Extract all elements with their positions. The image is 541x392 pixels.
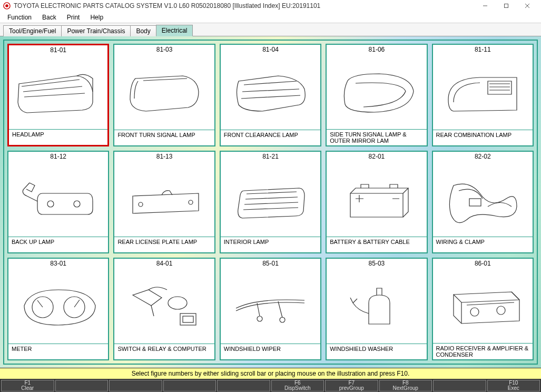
part-label: SIDE TURN SIGNAL LAMP & OUTER MIRROR LAM: [327, 129, 426, 145]
fkey-f8[interactable]: F8NextGroup: [379, 380, 432, 391]
part-code: 81-06: [327, 45, 426, 54]
fkey-empty: [433, 380, 486, 391]
part-code: 81-21: [221, 152, 320, 161]
part-cell-82-02[interactable]: 82-02WIRING & CLAMP: [432, 151, 534, 253]
part-label: FRONT CLEARANCE LAMP: [221, 130, 320, 145]
part-label: INTERIOR LAMP: [221, 237, 320, 252]
part-cell-81-12[interactable]: 81-12BACK UP LAMP: [7, 151, 109, 253]
battery-icon: [327, 161, 426, 237]
tab-electrical[interactable]: Electrical: [156, 25, 193, 36]
wiper-icon: [221, 268, 320, 344]
meter-icon: [8, 268, 108, 344]
part-code: 85-01: [221, 259, 320, 268]
part-label: FRONT TURN SIGNAL LAMP: [114, 130, 214, 145]
fkey-f7[interactable]: F7prevGroup: [325, 380, 378, 391]
part-code: 81-11: [433, 45, 533, 54]
part-cell-83-01[interactable]: 83-01METER: [7, 258, 109, 360]
part-code: 81-03: [114, 45, 214, 54]
radio-icon: [433, 268, 533, 343]
main-canvas: 81-01HEADLAMP81-03FRONT TURN SIGNAL LAMP…: [0, 36, 541, 368]
fkey-f6[interactable]: F6DispSwitch: [271, 380, 324, 391]
svg-point-1: [5, 4, 8, 7]
side-mirror-lamp-icon: [327, 54, 426, 129]
close-button[interactable]: [517, 0, 538, 12]
part-cell-85-03[interactable]: 85-03WINDSHIELD WASHER: [326, 258, 427, 360]
part-cell-86-01[interactable]: 86-01RADIO RECEIVER & AMPLIFIER & CONDEN…: [432, 258, 534, 360]
tab-tool-engine-fuel[interactable]: Tool/Engine/Fuel: [3, 25, 62, 36]
part-cell-81-03[interactable]: 81-03FRONT TURN SIGNAL LAMP: [113, 44, 215, 146]
menu-bar: FunctionBackPrintHelp: [0, 12, 541, 23]
fkey-f1[interactable]: F1Clear: [1, 380, 54, 391]
backup-lamp-icon: [8, 161, 108, 237]
hint-bar: Select figure numbers by either sliding …: [0, 368, 541, 379]
part-cell-85-01[interactable]: 85-01WINDSHIELD WIPER: [220, 258, 321, 360]
switch-relay-icon: [114, 268, 214, 344]
fkey-empty: [163, 380, 217, 391]
headlamp-icon: [9, 54, 107, 129]
part-code: 84-01: [114, 259, 214, 268]
menu-back[interactable]: Back: [37, 13, 62, 22]
part-code: 82-02: [433, 152, 533, 161]
part-label: BATTERY & BATTERY CABLE: [327, 237, 426, 252]
part-cell-84-01[interactable]: 84-01SWITCH & RELAY & COMPUTER: [113, 258, 215, 360]
part-code: 85-03: [327, 259, 426, 268]
part-cell-81-13[interactable]: 81-13REAR LICENSE PLATE LAMP: [113, 151, 215, 253]
window-controls: [475, 0, 538, 12]
part-code: 81-13: [114, 152, 214, 161]
part-label: SWITCH & RELAY & COMPUTER: [114, 344, 214, 359]
part-code: 86-01: [433, 259, 533, 268]
tab-strip: Tool/Engine/FuelPower Train/ChassisBodyE…: [0, 23, 541, 36]
function-key-bar: F1ClearF6DispSwitchF7prevGroupF8NextGrou…: [0, 379, 541, 392]
part-code: 81-01: [9, 45, 107, 54]
part-label: METER: [8, 344, 108, 359]
tab-body[interactable]: Body: [130, 25, 156, 36]
part-label: WIRING & CLAMP: [433, 237, 533, 252]
rear-combo-lamp-icon: [433, 54, 533, 130]
part-label: BACK UP LAMP: [8, 237, 108, 252]
part-code: 81-12: [8, 152, 108, 161]
turn-signal-icon: [114, 54, 214, 130]
svg-rect-3: [505, 4, 508, 8]
fkey-empty: [217, 380, 270, 391]
wiring-icon: [433, 161, 533, 237]
part-cell-81-04[interactable]: 81-04FRONT CLEARANCE LAMP: [220, 44, 321, 146]
part-label: RADIO RECEIVER & AMPLIFIER & CONDENSER: [433, 343, 533, 359]
clearance-lamp-icon: [221, 54, 320, 130]
window-title: TOYOTA ELECTRONIC PARTS CATALOG SYSTEM V…: [14, 2, 475, 9]
part-label: WINDSHIELD WIPER: [221, 344, 320, 359]
part-cell-82-01[interactable]: 82-01BATTERY & BATTERY CABLE: [326, 151, 427, 253]
interior-lamp-icon: [221, 161, 320, 237]
minimize-button[interactable]: [475, 0, 496, 12]
part-cell-81-21[interactable]: 81-21INTERIOR LAMP: [220, 151, 321, 253]
menu-function[interactable]: Function: [2, 13, 37, 22]
washer-icon: [327, 268, 426, 344]
part-label: REAR LICENSE PLATE LAMP: [114, 237, 214, 252]
part-label: WINDSHIELD WASHER: [327, 344, 426, 359]
part-label: HEADLAMP: [9, 129, 107, 145]
app-icon: [3, 2, 11, 9]
part-code: 81-04: [221, 45, 320, 54]
parts-grid: 81-01HEADLAMP81-03FRONT TURN SIGNAL LAMP…: [7, 44, 534, 360]
fkey-f10[interactable]: F10Exec: [487, 380, 540, 391]
menu-help[interactable]: Help: [85, 13, 109, 22]
part-cell-81-06[interactable]: 81-06SIDE TURN SIGNAL LAMP & OUTER MIRRO…: [326, 44, 427, 146]
tab-power-train-chassis[interactable]: Power Train/Chassis: [61, 25, 131, 36]
menu-print[interactable]: Print: [62, 13, 85, 22]
fkey-empty: [109, 380, 162, 391]
part-cell-81-11[interactable]: 81-11REAR COMBINATION LAMP: [432, 44, 534, 146]
part-code: 83-01: [8, 259, 108, 268]
part-code: 82-01: [327, 152, 426, 161]
title-bar: TOYOTA ELECTRONIC PARTS CATALOG SYSTEM V…: [0, 0, 541, 12]
part-cell-81-01[interactable]: 81-01HEADLAMP: [7, 44, 109, 146]
maximize-button[interactable]: [496, 0, 517, 12]
part-label: REAR COMBINATION LAMP: [433, 130, 533, 145]
canvas-border: 81-01HEADLAMP81-03FRONT TURN SIGNAL LAMP…: [3, 40, 538, 365]
fkey-empty: [55, 380, 109, 391]
license-lamp-icon: [114, 161, 214, 237]
hint-text: Select figure numbers by either sliding …: [132, 370, 410, 377]
